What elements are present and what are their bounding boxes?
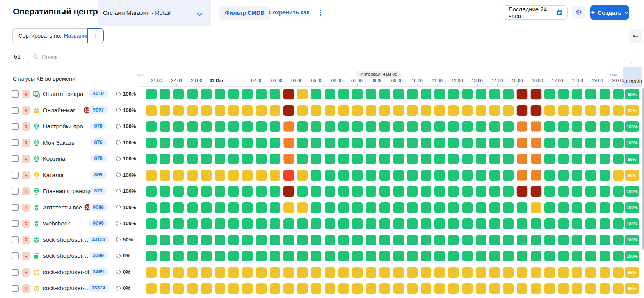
status-cell[interactable]: [434, 154, 445, 164]
status-cell[interactable]: [352, 105, 363, 116]
status-cell[interactable]: [242, 186, 253, 197]
status-cell[interactable]: [146, 105, 157, 116]
status-cell[interactable]: [242, 251, 253, 261]
status-cell[interactable]: [283, 170, 294, 181]
status-cell[interactable]: [434, 186, 445, 197]
status-cell[interactable]: [325, 121, 335, 132]
status-cell[interactable]: [600, 186, 610, 197]
row-checkbox[interactable]: [12, 236, 19, 243]
status-cell[interactable]: [531, 202, 541, 213]
status-cell[interactable]: [379, 138, 390, 148]
collapse-panel-button[interactable]: ⇤: [629, 29, 642, 43]
status-cell[interactable]: [503, 235, 514, 245]
status-cell[interactable]: [434, 138, 445, 148]
status-cell[interactable]: [379, 283, 390, 294]
status-cell[interactable]: [325, 138, 335, 148]
status-cell[interactable]: [242, 154, 253, 164]
status-cell[interactable]: [228, 202, 239, 213]
status-cell[interactable]: [517, 186, 527, 197]
status-cell[interactable]: [448, 105, 459, 116]
status-cell[interactable]: [228, 186, 239, 197]
status-cell[interactable]: [146, 186, 157, 197]
status-cell[interactable]: [160, 105, 170, 116]
status-cell[interactable]: [160, 138, 170, 148]
status-cell[interactable]: [613, 121, 624, 132]
status-cell[interactable]: [270, 267, 280, 278]
status-cell[interactable]: [379, 154, 390, 164]
status-cell[interactable]: [311, 154, 321, 164]
status-cell[interactable]: [572, 202, 582, 213]
status-cell[interactable]: [146, 89, 157, 99]
status-cell[interactable]: [228, 89, 239, 99]
status-cell[interactable]: [393, 89, 404, 99]
status-cell[interactable]: [270, 121, 280, 132]
status-cell[interactable]: [600, 138, 610, 148]
event-count-badge[interactable]: 4019: [89, 90, 108, 98]
status-cell[interactable]: [311, 267, 321, 278]
status-cell[interactable]: [421, 186, 431, 197]
status-cell[interactable]: [613, 202, 624, 213]
status-cell[interactable]: [187, 202, 198, 213]
row-checkbox[interactable]: [12, 269, 19, 276]
status-cell[interactable]: [270, 283, 280, 294]
status-cell[interactable]: [325, 267, 335, 278]
status-cell[interactable]: [489, 202, 500, 213]
status-cell[interactable]: [366, 105, 376, 116]
status-cell[interactable]: [572, 186, 582, 197]
status-cell[interactable]: [544, 283, 555, 294]
ci-name[interactable]: Корзина: [43, 155, 65, 162]
status-cell[interactable]: [242, 267, 253, 278]
status-cell[interactable]: [407, 235, 418, 245]
status-cell[interactable]: [503, 251, 514, 261]
status-cell[interactable]: [366, 89, 376, 99]
status-cell[interactable]: [462, 202, 473, 213]
status-cell[interactable]: [187, 89, 198, 99]
status-cell[interactable]: [379, 89, 390, 99]
status-cell[interactable]: [160, 170, 170, 181]
status-cell[interactable]: [297, 202, 308, 213]
status-cell[interactable]: [585, 218, 596, 229]
status-cell[interactable]: [517, 170, 527, 181]
status-cell[interactable]: [407, 283, 418, 294]
status-cell[interactable]: [613, 283, 624, 294]
status-cell[interactable]: [256, 235, 267, 245]
status-cell[interactable]: [366, 186, 376, 197]
status-cell[interactable]: [613, 218, 624, 229]
status-cell[interactable]: [215, 235, 225, 245]
ci-name[interactable]: Настройки про…: [43, 123, 89, 129]
status-cell[interactable]: [173, 105, 184, 116]
status-cell[interactable]: [201, 89, 212, 99]
status-cell[interactable]: [517, 218, 527, 229]
status-cell[interactable]: [379, 170, 390, 181]
status-cell[interactable]: [558, 121, 569, 132]
status-cell[interactable]: [600, 283, 610, 294]
status-cell[interactable]: [585, 89, 596, 99]
status-cell[interactable]: [476, 202, 486, 213]
status-cell[interactable]: [338, 138, 349, 148]
status-cell[interactable]: [270, 170, 280, 181]
status-cell[interactable]: [187, 186, 198, 197]
status-cell[interactable]: [187, 251, 198, 261]
status-cell[interactable]: [352, 186, 363, 197]
status-cell[interactable]: [517, 283, 527, 294]
status-cell[interactable]: [462, 170, 473, 181]
status-cell[interactable]: [338, 218, 349, 229]
status-cell[interactable]: [421, 154, 431, 164]
status-cell[interactable]: [434, 267, 445, 278]
status-cell[interactable]: [311, 202, 321, 213]
status-cell[interactable]: [366, 121, 376, 132]
status-cell[interactable]: [201, 202, 212, 213]
status-cell[interactable]: [352, 283, 363, 294]
status-cell[interactable]: [407, 154, 418, 164]
status-cell[interactable]: [366, 138, 376, 148]
status-cell[interactable]: [160, 267, 170, 278]
status-cell[interactable]: [585, 154, 596, 164]
status-cell[interactable]: [407, 105, 418, 116]
status-cell[interactable]: [228, 138, 239, 148]
status-cell[interactable]: [201, 105, 212, 116]
status-cell[interactable]: [283, 202, 294, 213]
status-cell[interactable]: [256, 105, 267, 116]
status-cell[interactable]: [517, 267, 527, 278]
status-cell[interactable]: [270, 251, 280, 261]
status-cell[interactable]: [256, 283, 267, 294]
